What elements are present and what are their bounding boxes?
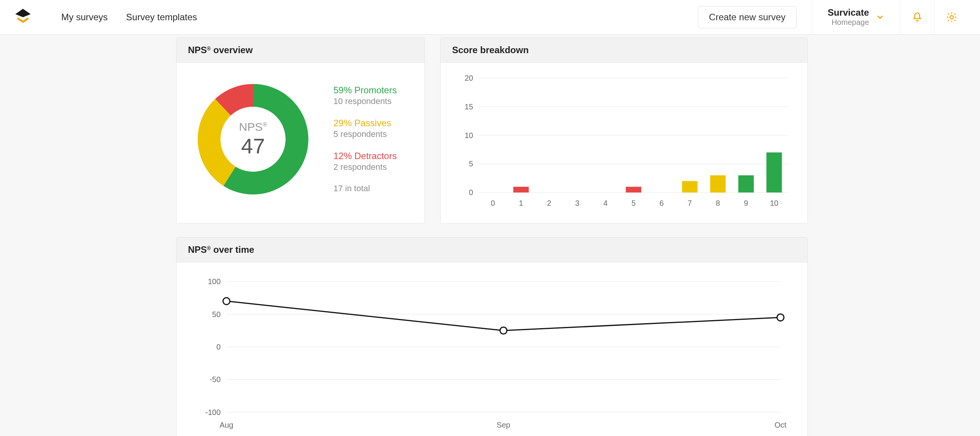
notifications-button[interactable]: [900, 0, 934, 34]
donut-center-value: 47: [241, 133, 265, 158]
svg-point-0: [950, 15, 953, 19]
svg-text:15: 15: [465, 102, 473, 111]
svg-rect-24: [738, 175, 754, 192]
svg-rect-20: [682, 181, 697, 192]
create-survey-button[interactable]: Create new survey: [698, 6, 797, 28]
card-score-breakdown: Score breakdown 05101520012345678910: [440, 37, 808, 223]
legend-promoters: 59% Promoters 10 respondents: [333, 85, 397, 106]
nav-my-surveys[interactable]: My surveys: [61, 12, 108, 23]
svg-rect-12: [513, 187, 529, 192]
svg-text:0: 0: [491, 199, 495, 207]
nav: My surveys Survey templates: [61, 12, 197, 23]
svg-text:5: 5: [631, 199, 635, 207]
svg-text:100: 100: [208, 277, 221, 286]
svg-text:Sep: Sep: [497, 421, 510, 429]
svg-text:6: 6: [660, 199, 664, 207]
svg-rect-22: [710, 175, 725, 192]
legend-detractors: 12% Detractors 2 respondents: [333, 151, 397, 172]
bell-icon: [911, 11, 923, 23]
nps-legend: 59% Promoters 10 respondents 29% Passive…: [333, 85, 397, 194]
nps-donut-chart: NPS® 47: [188, 74, 318, 204]
svg-text:4: 4: [603, 199, 608, 207]
project-switcher[interactable]: Survicate Homepage: [812, 0, 900, 34]
svg-text:-100: -100: [205, 408, 220, 416]
project-sub: Homepage: [828, 18, 869, 27]
score-breakdown-chart: 05101520012345678910: [452, 74, 796, 211]
svg-rect-17: [626, 187, 641, 192]
card-nps-over-time: NPS® over time -100-50050100AugSepOct: [176, 237, 808, 436]
card-nps-overview: NPS® overview NPS® 47 59% Promoters 10 r…: [176, 37, 425, 223]
svg-text:20: 20: [465, 74, 473, 82]
svg-text:5: 5: [469, 159, 473, 168]
legend-total: 17 in total: [333, 184, 397, 194]
svg-text:2: 2: [547, 199, 551, 207]
project-name: Survicate: [828, 7, 869, 18]
svg-text:3: 3: [575, 199, 579, 207]
gear-icon: [946, 11, 957, 23]
svg-text:1: 1: [519, 199, 523, 207]
svg-text:9: 9: [744, 199, 748, 207]
svg-text:Aug: Aug: [220, 421, 234, 429]
nav-templates[interactable]: Survey templates: [126, 12, 197, 23]
svg-text:8: 8: [716, 199, 720, 207]
svg-text:10: 10: [465, 131, 473, 140]
card-title-breakdown: Score breakdown: [441, 38, 807, 63]
card-title-nps-overview: NPS® overview: [176, 38, 425, 63]
nps-overtime-chart: -100-50050100AugSepOct: [188, 274, 796, 435]
svg-text:0: 0: [469, 188, 473, 197]
svg-text:10: 10: [770, 199, 778, 207]
chevron-down-icon: [876, 13, 884, 21]
svg-point-40: [777, 314, 784, 321]
card-title-overtime: NPS® over time: [176, 238, 807, 262]
survicate-logo-icon: [11, 6, 34, 29]
svg-point-39: [500, 327, 507, 334]
content: NPS® overview NPS® 47 59% Promoters 10 r…: [176, 34, 808, 436]
svg-text:7: 7: [688, 199, 692, 207]
donut-center-label: NPS®: [239, 120, 267, 133]
legend-passives: 29% Passives 5 respondents: [333, 118, 397, 139]
settings-button[interactable]: [934, 0, 969, 34]
svg-text:0: 0: [216, 343, 220, 351]
svg-text:50: 50: [212, 310, 220, 319]
svg-text:-50: -50: [209, 376, 220, 384]
logo: [11, 6, 34, 29]
svg-text:Oct: Oct: [774, 421, 787, 429]
topbar: My surveys Survey templates Create new s…: [0, 0, 980, 34]
svg-rect-26: [766, 153, 782, 193]
svg-point-38: [223, 298, 230, 305]
